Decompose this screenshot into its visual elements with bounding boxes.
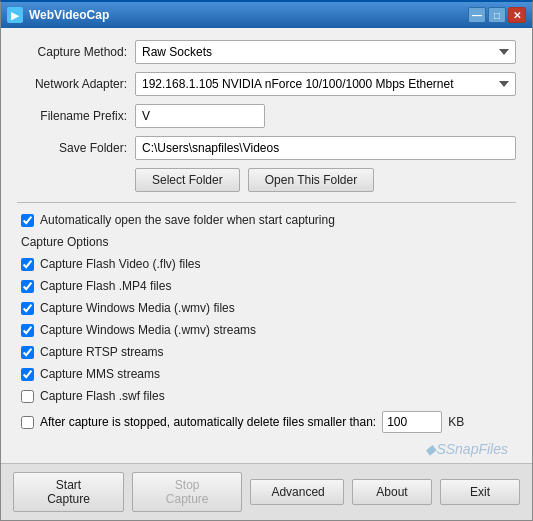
capture-mms-label[interactable]: Capture MMS streams <box>40 367 160 381</box>
save-folder-row: Save Folder: <box>17 136 516 160</box>
folder-buttons: Select Folder Open This Folder <box>135 168 516 192</box>
capture-flv-checkbox[interactable] <box>21 258 34 271</box>
capture-flv-label[interactable]: Capture Flash Video (.flv) files <box>40 257 201 271</box>
capture-method-select[interactable]: Raw SocketsWinPcap <box>135 40 516 64</box>
kb-value-input[interactable] <box>382 411 442 433</box>
capture-rtsp-row: Capture RTSP streams <box>21 345 516 359</box>
save-folder-input[interactable] <box>135 136 516 160</box>
capture-wmv-files-label[interactable]: Capture Windows Media (.wmv) files <box>40 301 235 315</box>
after-capture-row: After capture is stopped, automatically … <box>21 411 516 433</box>
minimize-button[interactable]: — <box>468 7 486 23</box>
after-capture-label[interactable]: After capture is stopped, automatically … <box>40 415 376 429</box>
network-adapter-select[interactable]: 192.168.1.105 NVIDIA nForce 10/100/1000 … <box>135 72 516 96</box>
auto-open-label[interactable]: Automatically open the save folder when … <box>40 213 335 227</box>
capture-wmv-streams-checkbox[interactable] <box>21 324 34 337</box>
auto-open-checkbox[interactable] <box>21 214 34 227</box>
auto-open-row: Automatically open the save folder when … <box>21 213 516 227</box>
save-folder-label: Save Folder: <box>17 141 127 155</box>
capture-method-row: Capture Method: Raw SocketsWinPcap <box>17 40 516 64</box>
open-folder-button[interactable]: Open This Folder <box>248 168 375 192</box>
capture-mms-checkbox[interactable] <box>21 368 34 381</box>
save-folder-control <box>135 136 516 160</box>
capture-method-label: Capture Method: <box>17 45 127 59</box>
maximize-button[interactable]: □ <box>488 7 506 23</box>
kb-unit-label: KB <box>448 415 464 429</box>
capture-mp4-label[interactable]: Capture Flash .MP4 files <box>40 279 171 293</box>
window-controls: — □ ✕ <box>468 7 526 23</box>
capture-mp4-row: Capture Flash .MP4 files <box>21 279 516 293</box>
select-folder-button[interactable]: Select Folder <box>135 168 240 192</box>
capture-wmv-files-checkbox[interactable] <box>21 302 34 315</box>
title-bar: ▶ WebVideoCap — □ ✕ <box>1 2 532 28</box>
network-adapter-label: Network Adapter: <box>17 77 127 91</box>
capture-wmv-streams-label[interactable]: Capture Windows Media (.wmv) streams <box>40 323 256 337</box>
app-icon: ▶ <box>7 7 23 23</box>
filename-prefix-row: Filename Prefix: <box>17 104 516 128</box>
watermark: ◆SSnapFiles <box>17 441 508 457</box>
exit-button[interactable]: Exit <box>440 479 520 505</box>
capture-method-control: Raw SocketsWinPcap <box>135 40 516 64</box>
filename-prefix-label: Filename Prefix: <box>17 109 127 123</box>
main-content: Capture Method: Raw SocketsWinPcap Netwo… <box>1 28 532 463</box>
network-adapter-row: Network Adapter: 192.168.1.105 NVIDIA nF… <box>17 72 516 96</box>
after-capture-checkbox[interactable] <box>21 416 34 429</box>
capture-swf-label[interactable]: Capture Flash .swf files <box>40 389 165 403</box>
capture-options-header: Capture Options <box>21 235 516 249</box>
capture-wmv-files-row: Capture Windows Media (.wmv) files <box>21 301 516 315</box>
capture-wmv-streams-row: Capture Windows Media (.wmv) streams <box>21 323 516 337</box>
stop-capture-button[interactable]: Stop Capture <box>132 472 242 512</box>
start-capture-button[interactable]: Start Capture <box>13 472 124 512</box>
capture-mms-row: Capture MMS streams <box>21 367 516 381</box>
about-button[interactable]: About <box>352 479 432 505</box>
main-window: ▶ WebVideoCap — □ ✕ Capture Method: Raw … <box>0 0 533 521</box>
advanced-button[interactable]: Advanced <box>250 479 344 505</box>
capture-swf-row: Capture Flash .swf files <box>21 389 516 403</box>
bottom-bar: Start Capture Stop Capture Advanced Abou… <box>1 463 532 520</box>
capture-flv-row: Capture Flash Video (.flv) files <box>21 257 516 271</box>
separator-1 <box>17 202 516 203</box>
capture-rtsp-checkbox[interactable] <box>21 346 34 359</box>
window-title: WebVideoCap <box>29 8 468 22</box>
close-button[interactable]: ✕ <box>508 7 526 23</box>
capture-rtsp-label[interactable]: Capture RTSP streams <box>40 345 164 359</box>
network-adapter-control: 192.168.1.105 NVIDIA nForce 10/100/1000 … <box>135 72 516 96</box>
filename-prefix-input[interactable] <box>135 104 265 128</box>
capture-mp4-checkbox[interactable] <box>21 280 34 293</box>
capture-swf-checkbox[interactable] <box>21 390 34 403</box>
filename-prefix-control <box>135 104 516 128</box>
